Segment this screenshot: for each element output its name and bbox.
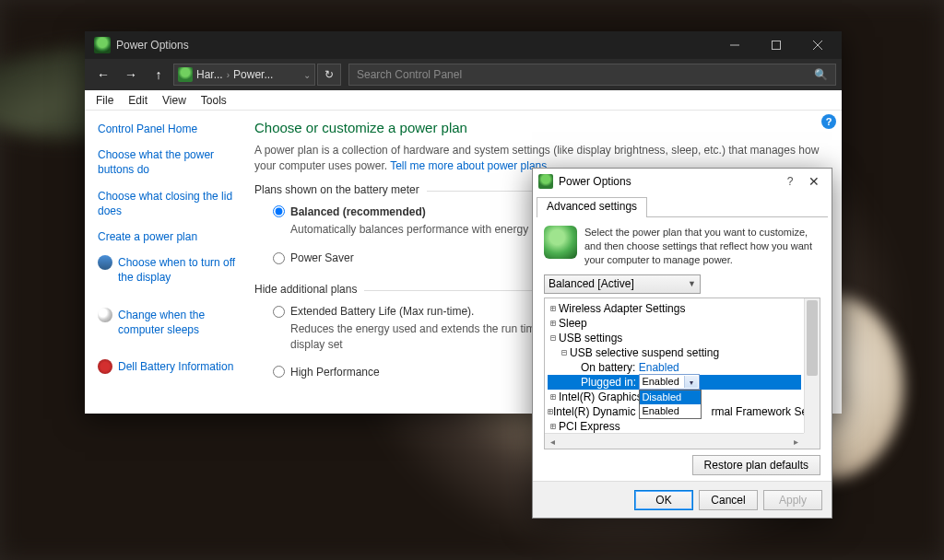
tree-item-usb[interactable]: USB settings	[559, 332, 622, 344]
back-button[interactable]: ←	[90, 67, 116, 82]
search-icon: 🔍	[814, 68, 828, 81]
tree-item-pci-express[interactable]: PCI Express	[559, 420, 620, 433]
plan-name: High Performance	[290, 366, 380, 379]
expand-icon[interactable]: ⊞	[548, 391, 559, 402]
expand-icon[interactable]: ⊞	[548, 303, 559, 313]
expand-icon[interactable]: ⊞	[548, 318, 559, 328]
address-bar[interactable]: Har... › Power... ⌄	[173, 64, 315, 86]
plan-radio-power-saver[interactable]	[273, 252, 285, 264]
chevron-down-icon[interactable]	[684, 376, 698, 388]
plan-select-dropdown[interactable]: Balanced [Active] ▼	[544, 274, 701, 294]
moon-icon	[98, 308, 112, 322]
monitor-icon	[98, 255, 112, 270]
cancel-button[interactable]: Cancel	[699, 490, 758, 510]
scroll-left-icon[interactable]: ◂	[545, 434, 560, 449]
restore-defaults-button[interactable]: Restore plan defaults	[692, 455, 820, 475]
horizontal-scrollbar[interactable]: ◂▸	[545, 433, 804, 449]
scrollbar-thumb[interactable]	[807, 300, 818, 376]
ok-button[interactable]: OK	[634, 490, 693, 510]
sidebar-link-display-off[interactable]: Choose when to turn off the display	[118, 255, 243, 285]
page-heading: Choose or customize a power plan	[254, 120, 823, 135]
menu-bar: File Edit View Tools	[85, 90, 842, 111]
dialog-intro: Select the power plan that you want to c…	[584, 226, 820, 267]
refresh-button[interactable]: ↻	[317, 64, 341, 86]
vertical-scrollbar[interactable]	[804, 298, 820, 433]
plugged-in-value: Enabled	[642, 376, 678, 387]
plan-name: Extended Battery Life (Max run-time).	[290, 305, 474, 318]
tab-advanced-settings[interactable]: Advanced settings	[537, 197, 647, 217]
combo-option-enabled[interactable]: Enabled	[640, 404, 701, 418]
tree-item-wireless[interactable]: Wireless Adapter Settings	[559, 302, 685, 315]
plugged-in-combobox[interactable]: Enabled Disabled Enabled	[639, 374, 700, 390]
collapse-icon[interactable]: ⊟	[548, 332, 559, 343]
chevron-down-icon: ▼	[688, 279, 696, 288]
search-placeholder: Search Control Panel	[357, 68, 462, 81]
hide-additional-label[interactable]: Hide additional plans	[254, 283, 364, 296]
sidebar-link-sleep[interactable]: Change when the computer sleeps	[118, 308, 243, 337]
sidebar: Control Panel Home Choose what the power…	[85, 111, 243, 414]
power-options-icon	[94, 37, 111, 53]
sidebar-link[interactable]: Choose what closing the lid does	[98, 189, 243, 218]
dialog-tabs: Advanced settings	[533, 194, 832, 216]
plan-name: Balanced (recommended)	[290, 205, 426, 218]
apply-button[interactable]: Apply	[763, 490, 822, 510]
sidebar-link-dell-battery[interactable]: Dell Battery Information	[118, 359, 233, 374]
dialog-titlebar[interactable]: Power Options ? ✕	[533, 169, 832, 194]
menu-file[interactable]: File	[88, 92, 121, 109]
scroll-corner	[804, 433, 820, 449]
close-button[interactable]	[796, 31, 838, 59]
chevron-down-icon[interactable]: ⌄	[303, 70, 311, 80]
help-icon[interactable]: ?	[821, 114, 836, 129]
collapse-icon[interactable]: ⊟	[559, 347, 570, 357]
expand-icon[interactable]: ⊞	[548, 421, 559, 431]
control-panel-icon	[178, 67, 193, 82]
combo-option-disabled[interactable]: Disabled	[640, 391, 701, 404]
svg-rect-1	[772, 41, 780, 50]
battery-icon	[544, 226, 577, 259]
dialog-body: Select the power plan that you want to c…	[533, 218, 832, 481]
tree-item-usb-suspend[interactable]: USB selective suspend setting	[570, 346, 719, 359]
breadcrumb-seg[interactable]: Power...	[233, 68, 273, 81]
learn-more-link[interactable]: Tell me more about power plans	[390, 159, 547, 172]
plan-radio-high-perf[interactable]	[273, 366, 285, 378]
forward-button[interactable]: →	[118, 67, 144, 82]
dell-icon	[98, 359, 112, 374]
settings-tree[interactable]: ⊞Wireless Adapter Settings ⊞Sleep ⊟USB s…	[544, 298, 820, 449]
sidebar-link[interactable]: Choose what the power buttons do	[98, 147, 243, 177]
plans-group-label: Plans shown on the battery meter	[254, 183, 427, 196]
menu-view[interactable]: View	[155, 92, 194, 109]
menu-tools[interactable]: Tools	[194, 92, 234, 109]
maximize-button[interactable]	[755, 31, 796, 59]
chevron-right-icon: ›	[227, 70, 230, 80]
help-button[interactable]: ?	[778, 175, 802, 188]
combobox-dropdown: Disabled Enabled	[639, 390, 702, 419]
nav-toolbar: ← → ↑ Har... › Power... ⌄ ↻ Search Contr…	[85, 59, 842, 90]
plan-name: Power Saver	[290, 251, 354, 264]
breadcrumb-seg[interactable]: Har...	[196, 68, 223, 81]
sidebar-link[interactable]: Create a power plan	[98, 229, 243, 244]
advanced-settings-dialog: Power Options ? ✕ Advanced settings Sele…	[532, 168, 832, 519]
plan-radio-extended[interactable]	[273, 306, 285, 318]
plan-select-value: Balanced [Active]	[549, 277, 634, 290]
scroll-right-icon[interactable]: ▸	[788, 434, 804, 449]
dialog-title: Power Options	[559, 175, 631, 188]
plan-radio-balanced[interactable]	[273, 205, 285, 217]
tree-item-sleep[interactable]: Sleep	[559, 317, 587, 330]
window-title: Power Options	[116, 39, 189, 52]
menu-edit[interactable]: Edit	[121, 92, 155, 109]
search-field[interactable]: Search Control Panel 🔍	[348, 64, 836, 86]
on-battery-value[interactable]: Enabled	[639, 361, 679, 374]
power-options-icon	[538, 174, 553, 189]
dialog-button-row: OK Cancel Apply	[533, 481, 832, 518]
minimize-button[interactable]	[714, 31, 755, 59]
up-button[interactable]: ↑	[146, 67, 171, 82]
control-panel-home-link[interactable]: Control Panel Home	[98, 122, 243, 136]
close-button[interactable]: ✕	[802, 174, 826, 189]
titlebar[interactable]: Power Options	[85, 31, 842, 59]
plugged-in-label: Plugged in:	[581, 376, 636, 389]
on-battery-label: On battery:	[581, 361, 635, 374]
